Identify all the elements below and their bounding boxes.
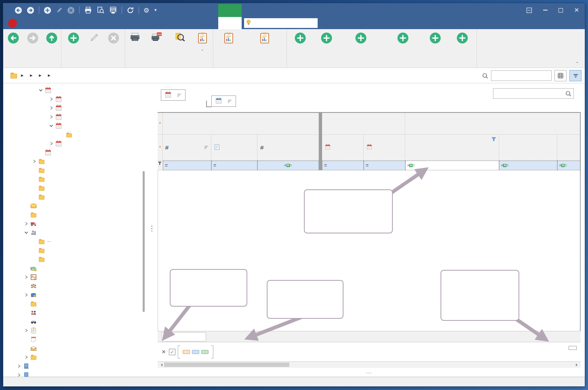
filter-cell[interactable]: = <box>322 161 364 170</box>
scroll-right-arrow[interactable] <box>576 363 579 367</box>
chevron-down-icon[interactable] <box>37 88 44 92</box>
tree-item[interactable] <box>3 317 154 326</box>
chevron-down-icon[interactable] <box>23 231 30 235</box>
tree-item[interactable] <box>3 237 154 246</box>
tree-item[interactable] <box>3 326 154 335</box>
filter-cell[interactable]: ABC <box>405 161 499 170</box>
filter-cell[interactable]: = <box>163 161 211 170</box>
tree-item[interactable] <box>3 246 154 255</box>
chevron-right-icon[interactable] <box>15 364 23 368</box>
filter-cell[interactable]: = <box>364 161 405 170</box>
tree-item[interactable] <box>3 308 154 317</box>
band-header[interactable] <box>322 113 405 135</box>
forward-icon[interactable] <box>27 6 34 14</box>
tree-item[interactable] <box>3 299 154 308</box>
column-header[interactable] <box>322 135 364 161</box>
filter-enabled-checkbox[interactable]: ✓ <box>169 349 175 355</box>
ribbon-button[interactable] <box>383 32 422 47</box>
ribbon-button[interactable] <box>215 32 243 47</box>
tree-item[interactable] <box>3 371 154 377</box>
chevron-right-icon[interactable] <box>31 159 38 163</box>
caret-down-icon[interactable]: ▼ <box>154 8 157 12</box>
tree-item[interactable] <box>3 95 154 104</box>
tree-item[interactable] <box>3 121 154 130</box>
back-icon[interactable] <box>15 6 22 14</box>
tree-item[interactable] <box>3 344 154 353</box>
filter-chip-field[interactable] <box>183 350 190 354</box>
column-header[interactable] <box>499 135 557 161</box>
tree-item[interactable] <box>3 184 154 193</box>
chevron-right-icon[interactable] <box>23 222 30 226</box>
scrollbar-thumb[interactable] <box>164 362 289 367</box>
command-input[interactable] <box>253 20 311 26</box>
ribbon-button[interactable]: ⌄ <box>192 32 213 51</box>
menu-item-5[interactable] <box>68 17 78 29</box>
tree-item[interactable] <box>3 112 154 121</box>
column-header[interactable] <box>557 135 581 161</box>
delete-icon[interactable] <box>67 6 75 14</box>
tree-item[interactable] <box>3 193 154 201</box>
column-header[interactable]: # <box>257 135 319 161</box>
ribbon-collapse-icon[interactable]: ⌃ <box>575 61 579 66</box>
chevron-right-icon[interactable] <box>48 106 55 110</box>
ribbon-button[interactable]: Pdf <box>145 32 167 47</box>
tree-item[interactable] <box>3 157 154 166</box>
fit-button[interactable] <box>526 7 532 13</box>
column-header[interactable] <box>405 135 499 161</box>
ribbon-button[interactable] <box>448 32 476 47</box>
menu-item-2[interactable] <box>39 17 48 29</box>
ribbon-button[interactable] <box>287 32 314 47</box>
chevron-right-icon[interactable] <box>23 355 30 359</box>
tree-item[interactable] <box>3 255 154 264</box>
edit-icon[interactable] <box>56 7 63 14</box>
add-icon[interactable] <box>44 6 51 14</box>
band-header[interactable] <box>405 113 581 135</box>
menu-item-4[interactable] <box>58 17 68 29</box>
scroll-left-arrow[interactable] <box>159 363 162 367</box>
horizontal-scrollbar[interactable] <box>158 361 581 368</box>
group-chip[interactable] <box>161 89 185 101</box>
ribbon-button[interactable] <box>42 32 61 47</box>
ribbon-button[interactable] <box>4 32 23 47</box>
tree-item[interactable] <box>3 228 154 237</box>
splitter-handle[interactable]: ⋮ <box>148 224 155 232</box>
chevron-right-icon[interactable] <box>15 373 23 377</box>
tree-item[interactable] <box>3 86 154 95</box>
tree-item[interactable] <box>3 290 154 299</box>
chevron-right-icon[interactable] <box>23 275 30 279</box>
minimize-button[interactable] <box>543 10 548 11</box>
edit-filter-button[interactable] <box>569 346 577 350</box>
ribbon-button[interactable] <box>125 32 145 47</box>
column-header[interactable] <box>364 135 405 161</box>
tab-faktury[interactable] <box>218 17 242 29</box>
tree-scrollbar-thumb[interactable] <box>143 171 145 312</box>
tree-item[interactable] <box>3 219 154 228</box>
print-pdf-icon[interactable]: PDF <box>109 6 117 14</box>
refresh-icon[interactable] <box>126 6 134 14</box>
print-icon[interactable] <box>84 6 92 14</box>
chevron-right-icon[interactable] <box>23 293 30 297</box>
group-chip[interactable] <box>211 95 236 107</box>
tree-item[interactable] <box>3 148 154 157</box>
tree-item[interactable] <box>3 273 154 282</box>
filter-remove-button[interactable]: × <box>161 348 166 356</box>
grid-search-input[interactable] <box>493 88 574 99</box>
menu-item-3[interactable] <box>48 17 58 29</box>
chevron-down-icon[interactable] <box>48 124 55 128</box>
ribbon-button[interactable] <box>169 32 191 47</box>
filter-panel-button[interactable] <box>569 70 582 81</box>
chevron-right-icon[interactable] <box>48 115 55 119</box>
close-button[interactable]: ✕ <box>574 6 579 14</box>
settings-gear-icon[interactable]: ⚙ <box>143 6 149 14</box>
ribbon-button[interactable] <box>64 32 83 47</box>
filter-chip-value[interactable] <box>201 350 209 354</box>
chevron-right-icon[interactable] <box>23 329 30 333</box>
tree-item[interactable] <box>3 353 154 362</box>
filter-cell[interactable]: ABC <box>557 161 581 170</box>
grid-view-button[interactable] <box>554 70 567 81</box>
ribbon-button[interactable] <box>423 32 447 47</box>
tree-item[interactable] <box>3 104 154 112</box>
tree-item[interactable] <box>3 130 154 139</box>
filter-cell[interactable]: ABC <box>499 161 557 170</box>
bottom-panel-splitter[interactable]: … <box>158 368 581 377</box>
